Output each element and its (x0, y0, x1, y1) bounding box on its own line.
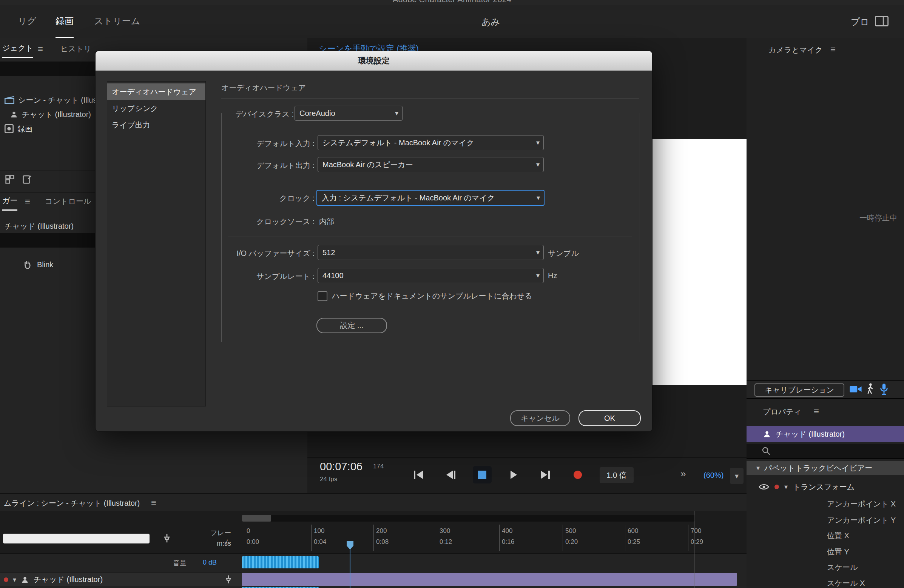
tab-history[interactable]: ヒストリ (60, 44, 92, 54)
default-input-select[interactable]: システムデフォルト - MacBook Air のマイク▾ (318, 135, 544, 150)
camera-icon[interactable] (849, 384, 862, 396)
chevron-down-icon: ▾ (756, 464, 760, 472)
workspace-layout-icon[interactable] (875, 16, 888, 28)
properties-selected-item[interactable]: チャッド (Illustrator) (746, 426, 904, 442)
previous-frame-button[interactable] (443, 467, 459, 483)
property-row[interactable]: スケール (827, 562, 858, 572)
device-class-label: デバイスクラス : (226, 108, 295, 120)
microphone-icon[interactable] (879, 383, 888, 397)
property-row[interactable]: スケール X (827, 578, 865, 588)
playhead-line[interactable] (350, 549, 351, 588)
hardware-settings-button[interactable]: 設定 ... (316, 318, 387, 333)
cancel-button[interactable]: キャンセル (510, 410, 570, 426)
property-row[interactable]: 位置 X (827, 531, 849, 541)
dialog-section-heading: オーディオハードウェア (221, 83, 306, 93)
behavior-section-header[interactable]: ▾ パペットトラックビヘイビアー (746, 461, 904, 475)
fps-label: 24 fps (320, 476, 337, 483)
grid-icon[interactable] (5, 174, 15, 184)
play-button[interactable] (505, 467, 522, 483)
default-output-label: デフォルト出力 : (239, 161, 315, 170)
dialog-sidebar: オーディオハードウェア リップシンク ライブ出力 (107, 81, 206, 407)
project-item-recording[interactable]: 録画 (5, 123, 32, 134)
property-row[interactable]: アンカーポイント Y (827, 515, 896, 525)
puppet-icon (763, 430, 771, 438)
clock-select[interactable]: 入力 : システムデフォルト - MacBook Air のマイク▾ (316, 190, 545, 206)
trigger-puppet-label: チャッド (Illustrator) (5, 221, 74, 231)
io-buffer-label: I/O バッファーサイズ : (224, 248, 315, 259)
project-item-scene[interactable]: シーン - チャット (Illust (5, 95, 99, 106)
transform-group-row[interactable]: ▾ トランスフォーム (746, 480, 904, 493)
chevron-down-icon[interactable]: ▾ (784, 483, 788, 491)
default-input-label: デフォルト入力 : (239, 139, 315, 149)
default-output-select[interactable]: MacBook Air のスピーカー▾ (318, 157, 544, 172)
timeline-scrollbar[interactable] (242, 515, 695, 522)
puppet-icon (10, 110, 18, 118)
tab-project[interactable]: ジェクト (2, 43, 33, 58)
project-footer-icons (5, 174, 32, 184)
trigger-panel-menu-icon[interactable]: ≡ (25, 196, 30, 207)
tab-trigger[interactable]: ガー (2, 195, 17, 211)
timeline-scrollbar-thumb[interactable] (242, 515, 271, 522)
search-icon (762, 446, 771, 457)
track-header-scrollbar[interactable] (3, 534, 150, 544)
io-buffer-select[interactable]: 512▾ (318, 245, 544, 260)
ruler-tick: 1000:04 (311, 525, 326, 551)
timeline-ruler[interactable]: フレーム m:ss 00:00 1000:04 2000:08 3000:12 … (0, 511, 746, 554)
dropdown-icon: ▾ (536, 161, 540, 169)
project-item-puppet[interactable]: チャット (Illustrator) (10, 109, 91, 120)
record-button[interactable] (569, 467, 586, 483)
track-header-row[interactable]: ▾ チャッド (Illustrator) (0, 572, 242, 586)
zoom-level[interactable]: (60%) (703, 471, 724, 480)
sample-rate-select[interactable]: 44100▾ (318, 268, 544, 283)
tab-rig[interactable]: リグ (18, 5, 36, 37)
tab-stream[interactable]: ストリーム (94, 5, 140, 37)
stop-button[interactable] (473, 466, 492, 484)
audio-waveform-clip[interactable] (242, 556, 319, 568)
more-controls-icon[interactable]: » (680, 468, 686, 480)
ruler-tick: 4000:16 (499, 525, 514, 551)
device-class-select[interactable]: CoreAudio▾ (294, 106, 403, 121)
calibration-button[interactable]: キャリブレーション (754, 383, 844, 397)
tab-controls[interactable]: コントロール (45, 196, 91, 207)
project-panel-menu-icon[interactable]: ≡ (38, 44, 43, 54)
body-tracking-icon[interactable] (866, 383, 874, 397)
trigger-hand-icon (23, 260, 32, 270)
timeline-menu-icon[interactable]: ≡ (151, 497, 156, 508)
camera-mic-panel-title: カメラとマイク (768, 45, 822, 55)
behavior-row-blink[interactable]: Blink (23, 259, 53, 270)
next-frame-button[interactable] (537, 467, 553, 483)
sample-rate-unit: Hz (548, 271, 557, 280)
record-enable-dot[interactable] (774, 485, 779, 489)
track-volume-value[interactable]: 0 dB (203, 558, 217, 566)
scene-stage[interactable] (650, 139, 746, 385)
match-sample-rate-checkbox[interactable] (318, 292, 327, 301)
go-to-start-button[interactable] (410, 467, 427, 483)
work-area-end-marker[interactable] (694, 511, 694, 588)
properties-search-input[interactable] (746, 444, 904, 459)
dialog-title-bar[interactable]: 環境設定 (96, 51, 652, 71)
timecode-display[interactable]: 00:07:06 (320, 460, 362, 473)
playback-speed[interactable]: 1.0 倍 (600, 467, 634, 483)
ruler-tick: 3000:12 (437, 525, 452, 551)
chevron-down-icon[interactable]: ▾ (13, 575, 16, 584)
keying-pin-icon[interactable] (161, 533, 172, 545)
app-window: Adobe Character Animator 2024 リグ 録画 ストリー… (0, 0, 904, 588)
property-row[interactable]: 位置 Y (827, 547, 849, 557)
puppet-track-bar[interactable] (242, 573, 737, 586)
eye-icon[interactable] (759, 484, 769, 490)
sidebar-item-lip-sync[interactable]: リップシンク (107, 100, 205, 117)
pin-icon[interactable] (224, 574, 233, 586)
new-note-icon[interactable] (22, 174, 32, 184)
zoom-dropdown-icon[interactable]: ▾ (730, 468, 743, 484)
properties-menu-icon[interactable]: ≡ (814, 406, 819, 417)
ok-button[interactable]: OK (578, 410, 641, 426)
property-row[interactable]: アンカーポイント X (827, 499, 896, 509)
tab-record[interactable]: 録画 (55, 5, 74, 38)
sidebar-item-live-output[interactable]: ライブ出力 (107, 117, 205, 133)
workspace-pro-label[interactable]: プロ (851, 16, 869, 28)
camera-mic-menu-icon[interactable]: ≡ (830, 44, 836, 55)
record-enable-dot[interactable] (4, 577, 8, 582)
sidebar-item-audio-hardware[interactable]: オーディオハードウェア (107, 84, 205, 100)
sample-rate-label: サンプルレート : (224, 271, 315, 282)
ruler-tick: 2000:08 (373, 525, 389, 551)
